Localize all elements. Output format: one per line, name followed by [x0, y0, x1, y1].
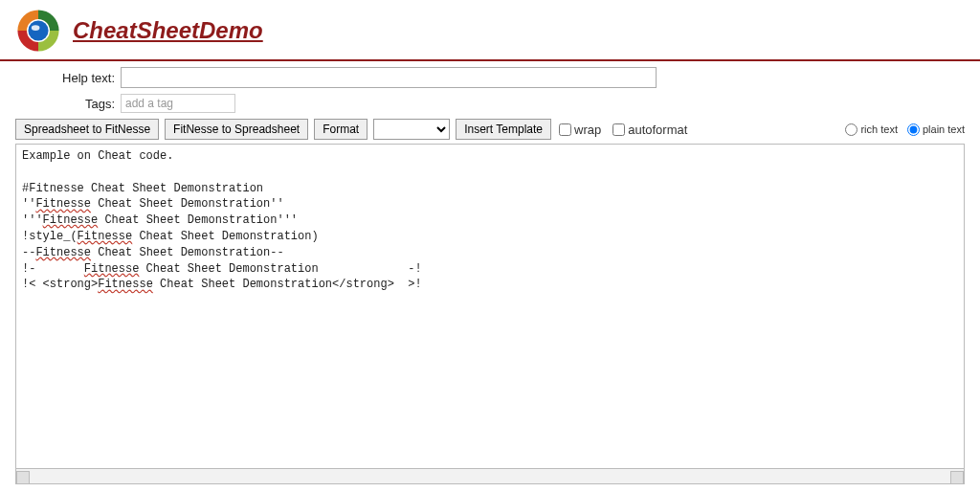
tags-input[interactable] — [121, 94, 235, 113]
help-text-label: Help text: — [15, 71, 121, 85]
format-button[interactable]: Format — [314, 119, 368, 140]
tags-label: Tags: — [15, 97, 121, 111]
rich-text-radio[interactable] — [845, 123, 858, 136]
wrap-label[interactable]: wrap — [574, 123, 601, 137]
autoformat-checkbox[interactable] — [612, 123, 625, 136]
plain-text-label[interactable]: plain text — [923, 123, 965, 135]
app-header: CheatSheetDemo — [0, 0, 980, 61]
editor-horizontal-scrollbar[interactable] — [15, 469, 965, 484]
page-title-link[interactable]: CheatSheetDemo — [73, 17, 263, 44]
svg-point-1 — [32, 25, 40, 31]
svg-point-0 — [28, 20, 48, 40]
wiki-source-editor[interactable]: Example on Cheat code. #Fitnesse Cheat S… — [15, 144, 965, 469]
editor-toolbar: Spreadsheet to FitNesse FitNesse to Spre… — [0, 113, 980, 144]
fitnesse-to-spreadsheet-button[interactable]: FitNesse to Spreadsheet — [165, 119, 308, 140]
help-text-input[interactable] — [121, 67, 657, 88]
spreadsheet-to-fitnesse-button[interactable]: Spreadsheet to FitNesse — [15, 119, 159, 140]
resize-grip-icon[interactable] — [952, 472, 962, 481]
plain-text-radio[interactable] — [907, 123, 920, 136]
wrap-checkbox[interactable] — [559, 123, 571, 136]
template-dropdown[interactable] — [373, 119, 450, 140]
insert-template-button[interactable]: Insert Template — [456, 119, 551, 140]
fitnesse-logo-icon — [15, 8, 61, 54]
rich-text-label[interactable]: rich text — [860, 123, 898, 135]
help-text-row: Help text: — [0, 67, 980, 88]
tags-row: Tags: — [0, 94, 980, 113]
autoformat-label[interactable]: autoformat — [628, 123, 687, 137]
